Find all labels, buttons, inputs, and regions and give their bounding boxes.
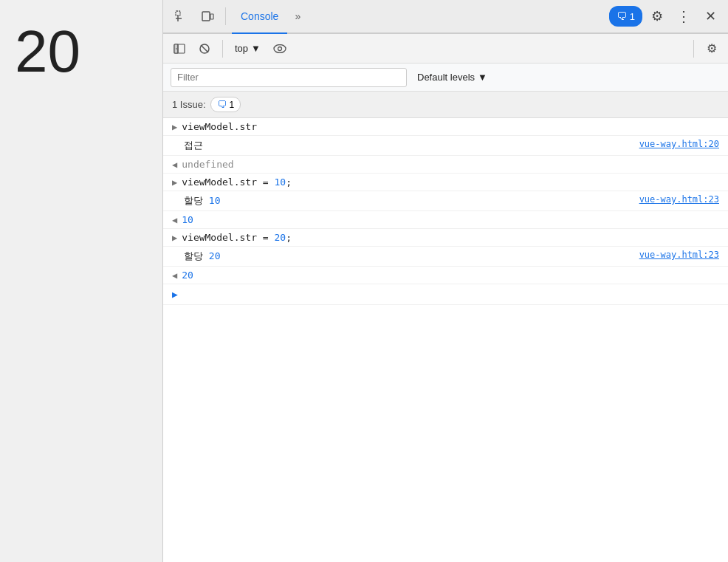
console-row-9: ◀ 20 <box>163 267 728 284</box>
issues-badge-link[interactable]: 🗨 1 <box>210 97 241 112</box>
console-settings-button[interactable]: ⚙ <box>701 38 722 59</box>
svg-point-11 <box>274 44 286 52</box>
filter-input[interactable] <box>171 68 407 87</box>
console-row-8: 할당 20 vue-way.html:23 <box>163 247 728 267</box>
issues-badge-button[interactable]: 🗨 1 <box>609 6 642 27</box>
settings-button[interactable]: ⚙ <box>645 4 669 28</box>
console-row-2: 접근 vue-way.html:20 <box>163 136 728 156</box>
chat-badge-icon: 🗨 <box>617 10 627 22</box>
console-gear-icon: ⚙ <box>707 41 717 55</box>
device-toggle-button[interactable] <box>196 4 219 28</box>
svg-rect-3 <box>202 12 210 21</box>
console-row-6: ◀ 10 <box>163 211 728 229</box>
default-levels-label: Default levels <box>417 72 475 83</box>
prompt-chevron-icon: ▶ <box>172 289 178 300</box>
console-row-content-9: 20 <box>182 270 719 281</box>
svg-line-10 <box>201 45 208 52</box>
console-row-content-3: undefined <box>182 159 719 170</box>
console-row-4: ▶ viewModel.str = 10; <box>163 174 728 191</box>
expand-icon-7[interactable]: ▶ <box>172 233 177 243</box>
more-options-button[interactable]: ⋮ <box>672 4 696 28</box>
console-code-4: viewModel.str = 10; <box>182 177 719 188</box>
expand-icon-1[interactable]: ▶ <box>172 122 177 132</box>
context-dropdown-arrow: ▼ <box>251 43 261 54</box>
more-icon: ⋮ <box>676 7 691 25</box>
cursor-tool-button[interactable] <box>169 4 193 28</box>
console-undefined: undefined <box>182 159 719 170</box>
console-toolbar-divider <box>222 40 223 58</box>
console-return-10: 10 <box>182 214 719 225</box>
console-row-content-7: viewModel.str = 20; <box>182 232 719 243</box>
console-row-3: ◀ undefined <box>163 156 728 174</box>
clear-console-button[interactable] <box>194 38 215 59</box>
source-link-1[interactable]: vue-way.html:20 <box>639 139 719 149</box>
console-row-content-6: 10 <box>182 214 719 225</box>
console-tab[interactable]: Console <box>232 0 287 34</box>
more-tabs-button[interactable]: » <box>290 7 305 25</box>
console-prompt-row[interactable]: ▶ <box>163 284 728 305</box>
console-code-7: viewModel.str = 20; <box>182 232 719 243</box>
badge-count-label: 1 <box>630 11 635 22</box>
console-secondary-toolbar: top ▼ ⚙ <box>163 34 728 64</box>
console-code-1: viewModel.str <box>182 121 719 132</box>
svg-rect-0 <box>176 11 180 16</box>
console-toolbar-divider-2 <box>693 40 694 58</box>
expand-icon-4[interactable]: ▶ <box>172 177 177 188</box>
console-return-20: 20 <box>182 270 719 281</box>
console-output: ▶ viewModel.str 접근 vue-way.html:20 ◀ und… <box>163 118 728 562</box>
show-console-sidebar-button[interactable] <box>169 38 190 59</box>
console-row-1: ▶ viewModel.str <box>163 118 728 136</box>
context-selector[interactable]: top ▼ <box>230 40 265 57</box>
return-icon-2: ◀ <box>172 215 177 225</box>
filter-bar: Default levels ▼ <box>163 64 728 92</box>
issues-text: 1 Issue: <box>172 99 206 110</box>
eye-visibility-button[interactable] <box>269 38 290 59</box>
console-row-content-8: 할당 20 vue-way.html:23 <box>184 250 719 263</box>
console-row-content-4: viewModel.str = 10; <box>182 177 719 188</box>
issues-chat-icon: 🗨 <box>217 99 227 110</box>
console-korean-1: 접근 <box>184 139 639 152</box>
default-levels-button[interactable]: Default levels ▼ <box>413 69 492 86</box>
gear-icon: ⚙ <box>651 8 663 24</box>
console-row-7: ▶ viewModel.str = 20; <box>163 229 728 247</box>
console-row-content-5: 할당 10 vue-way.html:23 <box>184 194 719 208</box>
context-label: top <box>235 43 248 54</box>
left-panel: 20 <box>0 0 162 562</box>
console-row-content-2: 접근 vue-way.html:20 <box>184 139 719 152</box>
devtools-toolbar: Console » 🗨 1 ⚙ ⋮ ✕ <box>163 0 728 34</box>
close-icon: ✕ <box>705 8 716 24</box>
issues-badge-count: 1 <box>230 100 235 110</box>
big-number: 20 <box>15 22 80 81</box>
return-icon-1: ◀ <box>172 160 177 170</box>
svg-rect-4 <box>210 14 213 19</box>
levels-dropdown-arrow: ▼ <box>478 72 487 83</box>
close-devtools-button[interactable]: ✕ <box>698 4 722 28</box>
source-link-2[interactable]: vue-way.html:23 <box>639 194 719 205</box>
devtools-panel: Console » 🗨 1 ⚙ ⋮ ✕ <box>162 0 728 562</box>
svg-point-12 <box>278 47 281 50</box>
source-link-3[interactable]: vue-way.html:23 <box>639 250 719 260</box>
console-row-5: 할당 10 vue-way.html:23 <box>163 191 728 211</box>
return-icon-3: ◀ <box>172 270 177 281</box>
console-row-content-1: viewModel.str <box>182 121 719 132</box>
console-korean-3: 할당 20 <box>184 250 639 263</box>
issues-bar: 1 Issue: 🗨 1 <box>163 92 728 118</box>
toolbar-divider-1 <box>225 7 226 25</box>
console-korean-2: 할당 10 <box>184 194 639 208</box>
